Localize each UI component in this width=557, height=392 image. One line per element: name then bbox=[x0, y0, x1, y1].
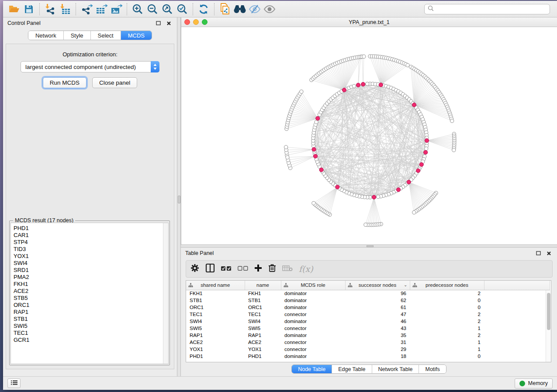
table-row[interactable]: ACE2ACE2connector311 bbox=[186, 339, 550, 346]
task-history-button[interactable] bbox=[7, 378, 21, 388]
table-cell[interactable]: FKH1 bbox=[245, 290, 281, 297]
table-row[interactable]: YOX1YOX1connector291 bbox=[186, 346, 550, 353]
table-row[interactable]: FKH1FKH1dominator962 bbox=[186, 290, 550, 297]
table-cell[interactable]: 31 bbox=[345, 339, 410, 346]
table-cell[interactable]: SWI5 bbox=[186, 325, 245, 332]
table-cell[interactable]: connector bbox=[281, 339, 345, 346]
column-header-name[interactable]: name bbox=[245, 281, 281, 290]
import-table-button[interactable] bbox=[58, 3, 72, 16]
table-cell[interactable]: connector bbox=[281, 346, 345, 353]
table-cell[interactable]: 61 bbox=[345, 304, 410, 311]
scrollbar-thumb[interactable] bbox=[547, 293, 550, 330]
export-image-button[interactable] bbox=[109, 3, 123, 16]
horizontal-splitter[interactable] bbox=[181, 244, 557, 248]
table-cell[interactable]: SWI4 bbox=[245, 318, 281, 325]
table-cell[interactable]: dominator bbox=[281, 290, 345, 297]
table-cell[interactable]: YOX1 bbox=[186, 346, 245, 353]
table-cell[interactable]: 62 bbox=[345, 297, 410, 304]
tab-node-table[interactable]: Node Table bbox=[292, 365, 332, 373]
table-cell[interactable]: dominator bbox=[281, 304, 345, 311]
column-header-MCDS-role[interactable]: MCDS role bbox=[281, 281, 345, 290]
show-all-button[interactable] bbox=[263, 3, 277, 16]
table-cell[interactable]: PHD1 bbox=[245, 353, 281, 360]
table-cell[interactable]: TEC1 bbox=[186, 311, 245, 318]
mcds-list-scrollbar[interactable] bbox=[163, 223, 168, 364]
export-table-button[interactable] bbox=[94, 3, 108, 16]
table-cell[interactable]: 2 bbox=[410, 311, 484, 318]
close-panel-pushbutton[interactable]: Close panel bbox=[92, 77, 137, 88]
table-cell[interactable]: PHD1 bbox=[186, 353, 245, 360]
search-box[interactable] bbox=[424, 4, 550, 14]
table-cell[interactable]: ACE2 bbox=[245, 339, 281, 346]
table-cell[interactable]: 43 bbox=[345, 325, 410, 332]
criterion-dropdown[interactable]: largest connected component (undirected) bbox=[21, 61, 159, 72]
tab-mcds[interactable]: MCDS bbox=[121, 31, 152, 40]
table-cell[interactable]: 18 bbox=[345, 353, 410, 360]
delete-column-button[interactable] bbox=[268, 264, 276, 274]
apply-layout-button[interactable] bbox=[197, 3, 211, 16]
table-cell[interactable]: YOX1 bbox=[245, 346, 281, 353]
table-row[interactable]: SWI4SWI4dominator462 bbox=[186, 318, 550, 325]
hide-selected-button[interactable] bbox=[248, 3, 262, 16]
zoom-out-button[interactable] bbox=[145, 3, 159, 16]
table-cell[interactable]: connector bbox=[281, 311, 345, 318]
table-cell[interactable]: 2 bbox=[410, 290, 484, 297]
table-cell[interactable]: 2 bbox=[410, 332, 484, 339]
table-cell[interactable]: 29 bbox=[345, 346, 410, 353]
table-cell[interactable]: 1 bbox=[410, 339, 484, 346]
close-panel-button[interactable] bbox=[165, 20, 173, 27]
table-cell[interactable]: 1 bbox=[410, 325, 484, 332]
table-cell[interactable]: FKH1 bbox=[186, 290, 245, 297]
table-row[interactable]: SWI5SWI5connector431 bbox=[186, 325, 550, 332]
table-cell[interactable]: 46 bbox=[345, 318, 410, 325]
float-panel-button[interactable] bbox=[154, 20, 162, 27]
memory-button[interactable]: Memory bbox=[515, 378, 553, 389]
table-cell[interactable]: ACE2 bbox=[186, 339, 245, 346]
mcds-result-list[interactable]: PHD1CAR1STP4TID3YOX1SWI4SRD1PMA2FKH1ACE2… bbox=[10, 223, 169, 364]
table-cell[interactable]: 0 bbox=[410, 297, 484, 304]
table-cell[interactable]: STB1 bbox=[186, 297, 245, 304]
import-network-button[interactable] bbox=[43, 3, 57, 16]
duplicate-network-button[interactable] bbox=[218, 3, 232, 16]
close-panel-button[interactable] bbox=[545, 250, 553, 257]
tab-edge-table[interactable]: Edge Table bbox=[332, 365, 372, 373]
table-settings-button[interactable] bbox=[190, 264, 199, 274]
table-cell[interactable]: 2 bbox=[410, 318, 484, 325]
table-cell[interactable]: dominator bbox=[281, 353, 345, 360]
open-file-button[interactable] bbox=[7, 3, 21, 16]
float-panel-button[interactable] bbox=[534, 250, 542, 257]
table-cell[interactable]: ORC1 bbox=[245, 304, 281, 311]
column-header-successor-nodes[interactable]: successor nodes⌄ bbox=[345, 281, 410, 290]
select-all-rows-button[interactable] bbox=[221, 265, 232, 273]
table-cell[interactable]: dominator bbox=[281, 332, 345, 339]
table-row[interactable]: PHD1PHD1dominator180 bbox=[186, 353, 550, 360]
create-column-button[interactable] bbox=[254, 264, 262, 274]
table-cell[interactable]: TEC1 bbox=[245, 311, 281, 318]
table-cell[interactable]: ORC1 bbox=[186, 304, 245, 311]
tab-motifs[interactable]: Motifs bbox=[419, 365, 446, 373]
table-cell[interactable]: STB1 bbox=[245, 297, 281, 304]
table-cell[interactable]: dominator bbox=[281, 318, 345, 325]
table-cell[interactable]: SWI4 bbox=[186, 318, 245, 325]
table-cell[interactable]: connector bbox=[281, 325, 345, 332]
table-cell[interactable]: SWI5 bbox=[245, 325, 281, 332]
column-header-predecessor-nodes[interactable]: predecessor nodes bbox=[410, 281, 484, 290]
save-session-button[interactable] bbox=[22, 3, 36, 16]
table-cell[interactable]: dominator bbox=[281, 297, 345, 304]
search-input[interactable] bbox=[436, 6, 547, 12]
function-builder-button[interactable]: f(x) bbox=[299, 264, 313, 274]
splitter-handle[interactable] bbox=[178, 196, 180, 203]
tab-style[interactable]: Style bbox=[64, 31, 91, 40]
table-cell[interactable]: 47 bbox=[345, 311, 410, 318]
table-cell[interactable]: 0 bbox=[410, 304, 484, 311]
tab-network-table[interactable]: Network Table bbox=[372, 365, 419, 373]
table-row[interactable]: TEC1TEC1connector472 bbox=[186, 311, 550, 318]
delete-table-button[interactable] bbox=[282, 265, 293, 273]
table-cell[interactable]: 0 bbox=[410, 353, 484, 360]
table-cell[interactable]: 96 bbox=[345, 290, 410, 297]
splitter-handle[interactable] bbox=[367, 245, 374, 247]
table-cell[interactable]: RAP1 bbox=[186, 332, 245, 339]
table-cell[interactable]: RAP1 bbox=[245, 332, 281, 339]
zoom-fit-button[interactable] bbox=[160, 3, 174, 16]
run-mcds-button[interactable]: Run MCDS bbox=[43, 77, 86, 88]
